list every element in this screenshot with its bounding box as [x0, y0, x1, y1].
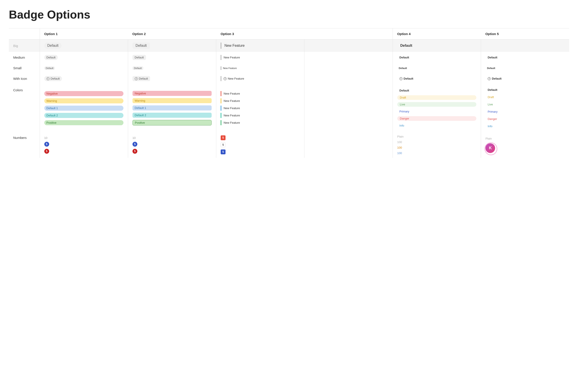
cell-medium-o1: Default: [40, 52, 128, 63]
badge-primary-o4: Primary: [397, 109, 476, 114]
badge-info-o5: Info: [485, 124, 565, 129]
colors-o5-group: Default Draft Live Primary Danger Info: [485, 87, 565, 129]
badge-default2-o2: Default 2: [133, 113, 212, 118]
info-icon: i: [399, 77, 402, 80]
cell-withicon-spacer: [304, 73, 393, 84]
cell-colors-o2: Negative Warning Default 1 Default 2 Pos…: [128, 84, 216, 132]
row-label-numbers: Numbers: [9, 132, 40, 158]
info-icon: i: [135, 77, 138, 80]
colors-o1-group: Negative Warning Default 1 Default 2 Pos…: [44, 91, 123, 125]
cell-numbers-o4: Plain 100 100 100: [393, 132, 481, 158]
badge-warning-o1: Warning: [44, 98, 123, 103]
cell-colors-o3: New Feature New Feature New Feature New …: [216, 84, 304, 132]
number-plain-o2: 10: [133, 136, 212, 140]
table-row-colors: Colors Negative Warning Default 1 Defaul…: [9, 84, 569, 132]
badge-negative-o2: Negative: [133, 91, 212, 96]
badge-newfeature-o3-negative: New Feature: [221, 91, 300, 96]
numbers-o4-group: Plain 100 100 100: [397, 135, 476, 155]
cell-medium-spacer: [304, 52, 393, 63]
info-icon: i: [488, 77, 491, 80]
cell-medium-o4: Default: [393, 52, 481, 63]
cell-medium-o2: Default: [128, 52, 216, 63]
number-plain-label-o4: Plain: [397, 135, 476, 138]
badge-big-o3-newfeature: New Feature: [221, 43, 248, 49]
colors-o4-group: Default Draft Live Primary Danger Info: [397, 88, 476, 128]
col-header-option2: Option 2: [128, 28, 216, 40]
cell-colors-o4: Default Draft Live Primary Danger Info: [393, 84, 481, 132]
table-row-small: Small Default Default New Feature Defaul…: [9, 63, 569, 73]
colors-o3-group: New Feature New Feature New Feature New …: [221, 91, 300, 125]
badge-small-o5-default: Default: [485, 66, 497, 70]
badge-medium-o4-default: Default: [397, 55, 411, 60]
number-plain-label-o5: Plain: [485, 137, 565, 140]
cell-big-spacer: [304, 40, 393, 52]
col-header-empty: [9, 28, 40, 40]
badge-draft-o4: Draft: [397, 95, 476, 100]
badge-medium-o2-default: Default: [133, 55, 146, 60]
colors-o2-group: Negative Warning Default 1 Default 2 Pos…: [133, 91, 212, 125]
cell-big-o1: Default: [40, 40, 128, 52]
row-label-withicon: With Icon: [9, 73, 40, 84]
badge-withicon-o4-default: i Default: [397, 76, 416, 81]
col-header-spacer: [304, 28, 393, 40]
badge-medium-o1-default: Default: [44, 55, 58, 60]
cell-withicon-o1: i Default: [40, 73, 128, 84]
numbers-o3-group: 5 5 5: [221, 135, 300, 154]
badge-small-o2-default: Default: [133, 66, 143, 70]
badge-withicon-o1-default: i Default: [44, 76, 62, 81]
info-icon: i: [224, 77, 227, 80]
cell-colors-spacer: [304, 84, 393, 132]
badge-default-o4: Default: [397, 88, 476, 93]
cell-medium-o5: Default: [481, 52, 569, 63]
badge-withicon-o2-default: i Default: [133, 76, 150, 81]
table-row-big: Big Default Default New Feature Default: [9, 40, 569, 52]
number-100c-o4: 100: [397, 151, 476, 155]
badge-medium-o3-newfeature: New Feature: [221, 55, 242, 60]
badge-info-o4: Info: [397, 123, 476, 128]
number-circle-red-o1: 5: [44, 149, 49, 154]
cell-small-o4: Default: [393, 63, 481, 73]
cell-big-o5: [481, 40, 569, 52]
numbers-o5-group: Plain K: [485, 137, 565, 153]
badge-newfeature-o3-green: New Feature: [221, 120, 300, 125]
badge-danger-o5: Danger: [485, 116, 565, 121]
badge-danger-o4: Danger: [397, 116, 476, 121]
cell-withicon-o4: i Default: [393, 73, 481, 84]
number-square-plain-o3: 5: [221, 143, 226, 147]
cell-numbers-spacer: [304, 132, 393, 158]
col-header-option4: Option 4: [393, 28, 481, 40]
badge-big-o4-default: Default: [397, 43, 415, 49]
badge-default-o5: Default: [485, 87, 565, 92]
badge-options-table: Option 1 Option 2 Option 3 Option 4 Opti…: [9, 28, 569, 158]
numbers-o2-group: 10 5 5: [133, 136, 212, 154]
cell-big-o4: Default: [393, 40, 481, 52]
number-square-blue-o3: 5: [221, 149, 226, 154]
cell-numbers-o5: Plain K: [481, 132, 569, 158]
badge-default1-o2: Default 1: [133, 105, 212, 110]
row-label-big: Big: [9, 40, 40, 52]
row-label-medium: Medium: [9, 52, 40, 63]
badge-big-o2-default: Default: [133, 43, 150, 49]
table-row-numbers: Numbers 10 5 5 10 5 5: [9, 132, 569, 158]
row-label-small: Small: [9, 63, 40, 73]
avatar-badge-wrapper: K: [485, 143, 565, 153]
table-row-medium: Medium Default Default New Feature Defau…: [9, 52, 569, 63]
cell-withicon-o5: i Default: [481, 73, 569, 84]
badge-warning-o2: Warning: [133, 98, 212, 103]
badge-positive-o1: Positive: [44, 120, 123, 125]
col-header-option1: Option 1: [40, 28, 128, 40]
badge-negative-o1: Negative: [44, 91, 123, 96]
cell-small-o5: Default: [481, 63, 569, 73]
number-100a-o4: 100: [397, 141, 476, 144]
cell-withicon-o3: i New Feature: [216, 73, 304, 84]
cell-small-o1: Default: [40, 63, 128, 73]
cell-small-o2: Default: [128, 63, 216, 73]
badge-newfeature-o3-warning: New Feature: [221, 98, 300, 103]
cell-numbers-o2: 10 5 5: [128, 132, 216, 158]
badge-draft-o5: Draft: [485, 95, 565, 100]
page: Badge Options Option 1 Option 2 Option 3…: [0, 0, 578, 166]
numbers-o1-group: 10 5 5: [44, 136, 123, 154]
cell-big-o3: New Feature: [216, 40, 304, 52]
badge-newfeature-o3-blue: New Feature: [221, 106, 300, 111]
cell-numbers-o1: 10 5 5: [40, 132, 128, 158]
